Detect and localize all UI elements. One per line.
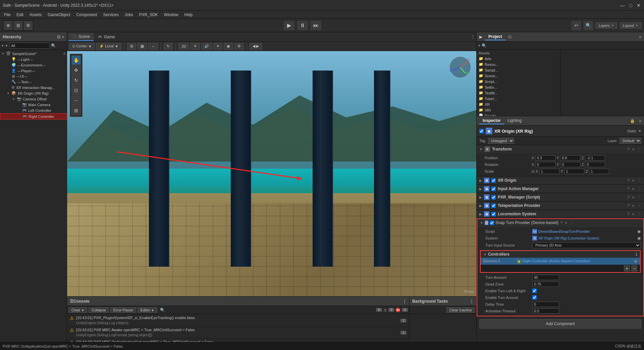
teleport-more-icon[interactable]: ⋮: [636, 204, 641, 208]
2d-btn[interactable]: 2D: [178, 43, 189, 50]
pause-button[interactable]: ⏸: [297, 21, 308, 30]
grid-tool-btn[interactable]: ⊞: [13, 21, 23, 30]
turn-input-select[interactable]: Primary 2D Axis: [532, 242, 641, 248]
pos-y-input[interactable]: [560, 155, 580, 161]
input-action-header[interactable]: ▶ ▦ Input Action Manager ? ≡ ⋮: [477, 185, 644, 193]
menu-help[interactable]: Help: [182, 12, 196, 18]
tab-project[interactable]: Project: [485, 34, 505, 40]
hierarchy-search-icon[interactable]: 🔍: [51, 43, 56, 48]
menu-jobs[interactable]: Jobs: [122, 12, 136, 18]
project-item-xri[interactable]: 📁 XRI: [477, 107, 559, 113]
samplescene-menu-icon[interactable]: ≡: [63, 52, 65, 55]
clear-inactive-btn[interactable]: Clear Inactive: [446, 307, 475, 313]
transform-header[interactable]: ▼ ⊕ Transform ? ≡ ⋮: [477, 145, 644, 153]
pxr-manager-more-icon[interactable]: ⋮: [636, 195, 641, 200]
turn-amount-input[interactable]: [532, 275, 559, 280]
xr-origin-preset-icon[interactable]: ≡: [632, 178, 635, 182]
collapse-button[interactable]: Collapse: [89, 307, 109, 313]
console-menu-icon[interactable]: ⋮: [402, 299, 407, 304]
locomotion-preset-icon[interactable]: ≡: [632, 212, 635, 216]
hierarchy-lock-icon[interactable]: ⊡: [57, 35, 60, 39]
activation-timeout-input[interactable]: [532, 308, 559, 314]
tree-item-main-camera[interactable]: 📷 Main Camera: [0, 102, 67, 107]
scene-tool-move[interactable]: ✜: [71, 65, 81, 75]
locomotion-more-icon[interactable]: ⋮: [636, 212, 641, 216]
teleportation-header[interactable]: ▶ ▦ Teleportation Provider ? ≡ ⋮: [477, 202, 644, 210]
static-arrow-icon[interactable]: ▼: [638, 129, 641, 133]
maximize-button[interactable]: □: [628, 3, 633, 8]
search-btn[interactable]: 🔍: [584, 21, 593, 30]
tree-item-environment[interactable]: 🌍 ---Environment---: [0, 62, 67, 68]
scene-tool-rect[interactable]: ↔: [71, 96, 81, 105]
layers-dropdown[interactable]: Layers ▼: [596, 23, 617, 29]
scene-tool-rotate[interactable]: ↻: [71, 76, 81, 85]
project-item-scenes[interactable]: 📁 Scene...: [477, 73, 559, 79]
snap-turn-more-icon[interactable]: ⋮: [569, 221, 574, 225]
layout-view-btn[interactable]: ▦: [138, 43, 147, 50]
xr-origin-enabled[interactable]: [491, 178, 496, 183]
xr-origin-help-icon[interactable]: ?: [627, 178, 630, 182]
inspector-lock-icon[interactable]: 🔒: [630, 119, 635, 123]
tree-item-ui[interactable]: 🖥 ---UI---: [0, 74, 67, 79]
tab-lighting[interactable]: Lighting: [504, 118, 525, 124]
menu-gameobject[interactable]: GameObject: [45, 12, 73, 18]
step-button[interactable]: ⏭: [311, 21, 321, 30]
project-item-tutori[interactable]: 📁 Tutori...: [477, 96, 559, 101]
locomotion-help-icon[interactable]: ?: [627, 212, 630, 216]
scene-view[interactable]: ✋ ✜ ↻ ⊡ ↔ ⊞ X Y Z: [67, 51, 476, 296]
fx-btn[interactable]: ✦: [213, 43, 222, 50]
menu-edit[interactable]: Edit: [14, 12, 26, 18]
element-0-row[interactable]: Element 0 ⊞ Right Controller (Action Bas…: [481, 258, 640, 265]
inspector-menu-icon[interactable]: ≡: [639, 119, 641, 123]
light-btn[interactable]: ☀: [191, 43, 200, 50]
scene-tool-transform[interactable]: ⊞: [71, 106, 81, 115]
project-search-icon[interactable]: 🔍: [482, 43, 487, 48]
project-item-textm[interactable]: 📁 TextM...: [477, 90, 559, 96]
rotate-view-btn[interactable]: ↻: [164, 43, 173, 50]
hierarchy-search-input[interactable]: [9, 43, 50, 49]
scene-tool-scale[interactable]: ⊡: [71, 86, 81, 95]
transform-help-icon[interactable]: ?: [627, 147, 630, 151]
error-pause-button[interactable]: Error Pause: [110, 307, 136, 313]
tree-item-light[interactable]: 💡 ---Light---: [0, 56, 67, 62]
project-item-reading[interactable]: 📄 Readin...: [477, 113, 559, 116]
clear-button[interactable]: Clear ▼: [68, 307, 87, 313]
tree-item-xr-interaction[interactable]: ⚙ XR Interaction Manag...: [0, 85, 67, 90]
editor-button[interactable]: Editor ▼: [138, 307, 157, 313]
menu-window[interactable]: Window: [161, 12, 181, 18]
rot-y-input[interactable]: [560, 162, 580, 167]
tree-item-samplescene[interactable]: ▼ 🎬 SampleScene* ≡: [0, 51, 67, 56]
tree-item-camera-offset[interactable]: ▼ 📷 Camera Offset: [0, 96, 67, 102]
locomotion-enabled[interactable]: [491, 212, 496, 216]
input-action-enabled[interactable]: [491, 187, 496, 191]
menu-file[interactable]: File: [1, 12, 13, 18]
scene-tool-hand[interactable]: ✋: [71, 55, 81, 65]
tree-item-left-controller[interactable]: 🎮 Left Controller: [0, 107, 67, 113]
transform-preset-icon[interactable]: ≡: [632, 147, 635, 151]
xr-origin-header[interactable]: ▶ ▦ XR Origin ? ≡ ⋮: [477, 176, 644, 184]
pxr-manager-preset-icon[interactable]: ≡: [632, 195, 635, 199]
snap-turn-header[interactable]: ▼ ▦ Snap Turn Provider (Device-based) ? …: [477, 219, 643, 227]
local-dropdown-btn[interactable]: ⚡ Local ▼: [96, 43, 121, 50]
menu-assets[interactable]: Assets: [27, 12, 44, 18]
resize-btn[interactable]: ↔: [148, 43, 158, 50]
element-0-target-icon[interactable]: ◉: [634, 259, 637, 263]
add-controller-btn[interactable]: +: [624, 265, 630, 271]
input-action-help-icon[interactable]: ?: [627, 187, 630, 191]
gizmos-btn[interactable]: ⚙: [234, 43, 244, 50]
log-entry-0[interactable]: ⚠ [15:43:01] PXR_Plugin/System/DF_xi_Ena…: [68, 315, 409, 327]
scale-x-input[interactable]: [539, 169, 559, 174]
pxr-manager-help-icon[interactable]: ?: [627, 195, 630, 199]
settings-tool-btn[interactable]: ⚙: [23, 21, 33, 30]
pos-x-input[interactable]: [535, 155, 555, 161]
tab-game[interactable]: 🎮 Game: [94, 33, 119, 41]
menu-services[interactable]: Services: [100, 12, 121, 18]
add-component-button[interactable]: Add Component: [479, 319, 641, 329]
input-action-more-icon[interactable]: ⋮: [636, 187, 641, 191]
enable-turn-around-checkbox[interactable]: [532, 295, 537, 300]
bg-tasks-menu-icon[interactable]: ⋮: [470, 299, 474, 304]
tree-item-right-controller[interactable]: 🎮 Right Controller: [0, 113, 67, 120]
hand-tool-btn[interactable]: ⊕: [3, 21, 13, 30]
script-ref[interactable]: C# DeviceBasedSnapTurnProvider: [532, 229, 590, 234]
scale-z-input[interactable]: [589, 169, 609, 174]
